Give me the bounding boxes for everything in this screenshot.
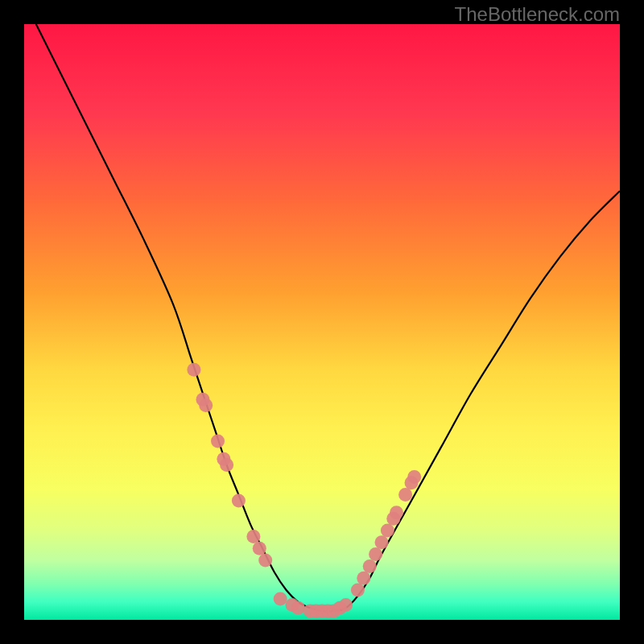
svg-point-7 — [232, 494, 246, 508]
svg-point-3 — [199, 398, 213, 412]
svg-point-13 — [291, 601, 305, 615]
svg-point-21 — [351, 584, 365, 597]
svg-point-11 — [274, 592, 287, 606]
svg-point-29 — [398, 488, 412, 502]
svg-point-23 — [363, 559, 377, 573]
svg-point-26 — [381, 524, 394, 538]
svg-point-10 — [253, 542, 266, 555]
data-points-left-branch — [187, 363, 272, 568]
chart-curve-layer — [24, 24, 620, 620]
svg-point-8 — [246, 530, 260, 543]
svg-point-31 — [407, 470, 421, 484]
svg-point-25 — [375, 535, 389, 549]
svg-point-24 — [369, 547, 382, 561]
bottleneck-curve — [36, 24, 620, 611]
data-points-right-branch — [351, 470, 421, 597]
svg-point-9 — [258, 554, 272, 568]
svg-point-4 — [211, 435, 225, 448]
svg-point-22 — [357, 572, 370, 585]
svg-point-28 — [390, 506, 403, 519]
data-points-valley — [274, 592, 353, 618]
watermark-text: TheBottleneck.com — [455, 3, 620, 26]
svg-point-6 — [220, 458, 233, 472]
chart-plot-area — [24, 24, 620, 620]
svg-point-1 — [187, 363, 200, 377]
svg-point-20 — [339, 598, 353, 612]
